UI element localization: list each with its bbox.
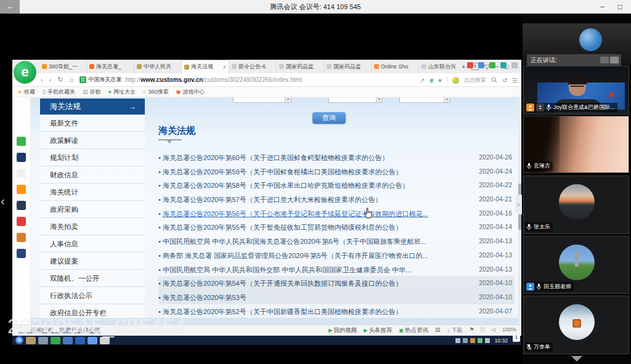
- menu-icon[interactable]: ☰: [512, 77, 518, 84]
- statusbar-tool[interactable]: ◁: [491, 326, 495, 334]
- statusbar-tool[interactable]: ↓ 下载: [447, 326, 463, 334]
- sidebar-shortcut-icon[interactable]: [17, 169, 26, 178]
- sidebar-menu-item[interactable]: 双随机、一公开: [40, 270, 145, 287]
- sidebar-menu-item[interactable]: 政府采购: [40, 201, 145, 218]
- share-icon[interactable]: ↗: [420, 77, 425, 84]
- announcement-row[interactable]: 海关总署公告2020年第55号（关于暂免征收加工贸易货物内销缓税利息的公告） 2…: [158, 220, 515, 234]
- sidebar-menu-item[interactable]: 建议提案: [40, 253, 145, 270]
- notification-badge[interactable]: 1: [513, 333, 520, 342]
- refresh-icon[interactable]: ↻: [57, 76, 63, 84]
- apps-grid-icon[interactable]: [511, 62, 518, 68]
- sidebar-menu-item[interactable]: 政策解读: [40, 132, 145, 149]
- filter-select[interactable]: ▾: [328, 97, 383, 103]
- sidebar-menu-item[interactable]: 行政执法公示: [40, 287, 145, 304]
- announcement-link[interactable]: 海关总署公告2020年第60号（关于进口美国鲜食鳄梨植物检疫要求的公告）: [163, 154, 389, 161]
- select-dropdown-icon[interactable]: ▾: [376, 97, 382, 102]
- site-verification-badge[interactable]: 官 中国海关总署: [79, 76, 121, 84]
- browser-tab[interactable]: 海关总署_: [87, 60, 134, 73]
- tray-icon[interactable]: [463, 338, 468, 343]
- search-input[interactable]: 点此搜索: [464, 76, 486, 84]
- announcement-link[interactable]: 海关总署公告2020年第58号（关于中国水果出口哈萨克斯坦植物检疫要求的公告）: [163, 182, 409, 189]
- bookmark-item[interactable]: ▤ 谷歌: [83, 88, 101, 96]
- bookmark-item[interactable]: ○ 360搜索: [143, 88, 168, 96]
- announcement-link[interactable]: 中国民用航空局 中华人民共和国外交部 中华人民共和国国家卫生健康委员会 中华..…: [163, 266, 411, 273]
- announcement-row[interactable]: 海关总署公告2020年第52号（关于中国新疆香梨出口美国植物检疫要求的公告） 2…: [158, 304, 515, 318]
- filter-select[interactable]: ▾: [233, 97, 291, 103]
- search-icon[interactable]: [491, 77, 497, 83]
- browser-tab[interactable]: Online Sho: [372, 60, 419, 73]
- filter-select[interactable]: ▾: [399, 97, 450, 103]
- sidebar-menu-item[interactable]: 规划计划: [40, 149, 145, 166]
- browser-tab[interactable]: 国家药品监: [324, 60, 372, 73]
- announcement-row[interactable]: 海关总署公告2020年第56号（关于公布准予登记和准予续延登记证书有效期的进口棉…: [158, 206, 515, 220]
- url-field[interactable]: http://www.customs.gov.cn/customs/302249…: [125, 76, 302, 83]
- tray-icon[interactable]: [485, 338, 490, 343]
- select-dropdown-icon[interactable]: ▾: [444, 97, 450, 102]
- sidebar-shortcut-icon[interactable]: [17, 249, 26, 258]
- announcement-row[interactable]: 中国民用航空局 中华人民共和国外交部 中华人民共和国国家卫生健康委员会 中华..…: [158, 262, 515, 277]
- sidebar-shortcut-icon[interactable]: [17, 185, 26, 194]
- sidebar-shortcut-icon[interactable]: [17, 265, 26, 274]
- announcement-link[interactable]: 海关总署公告2020年第52号（关于中国新疆香梨出口美国植物检疫要求的公告）: [163, 308, 402, 315]
- engine-caret-icon[interactable]: ▾: [439, 77, 442, 84]
- adblock-icon[interactable]: [467, 62, 473, 68]
- screenshot-icon[interactable]: [478, 62, 484, 68]
- collapse-right-icon[interactable]: ›: [515, 195, 522, 214]
- bookmarkbar-tools[interactable]: [467, 60, 518, 70]
- sidebar-shortcut-icon[interactable]: [17, 121, 26, 130]
- announcement-row[interactable]: 商务部 海关总署 国家药品监督管理局公告2020年第5号（关于有序开展医疗物资出…: [158, 248, 515, 262]
- extension-icon[interactable]: [500, 62, 507, 68]
- video-tile[interactable]: 玄琳方: [523, 116, 629, 173]
- undo-icon[interactable]: ↺: [502, 77, 507, 84]
- browser-tab[interactable]: 国家药品监: [277, 60, 324, 73]
- browser-tab[interactable]: 山东联合兴: [419, 60, 466, 73]
- announcement-link[interactable]: 海关总署公告2020年第56号（关于公布准予登记和准予续延登记证书有效期的进口棉…: [163, 210, 428, 217]
- collapse-left-icon[interactable]: ‹: [1, 194, 5, 208]
- sidebar-shortcut-icon[interactable]: [17, 137, 26, 146]
- announcement-link[interactable]: 商务部 海关总署 国家药品监督管理局公告2020年第5号（关于有序开展医疗物资出…: [163, 252, 428, 259]
- announcement-link[interactable]: 海关总署公告2020年第59号（关于中国鲜食柑橘出口美国植物检疫要求的公告）: [163, 168, 402, 176]
- announcement-row[interactable]: 海关总署公告2020年第60号（关于进口美国鲜食鳄梨植物检疫要求的公告） 202…: [158, 150, 515, 164]
- sidebar-menu-item[interactable]: 财政信息: [40, 166, 145, 184]
- announcement-row[interactable]: 海关总署公告2020年第57号（关于进口意大利大米检验检疫要求的公告） 2020…: [158, 192, 515, 206]
- announcement-link[interactable]: 中国民用航空局 中华人民共和国海关总署公告2020年第6号（关于中国籍旅客乘坐航…: [163, 238, 426, 245]
- video-tile[interactable]: ↥ Joy联合竟成&巴桥国际...: [523, 66, 629, 115]
- statusbar-tool[interactable]: ▤: [435, 326, 441, 334]
- statusbar-tool[interactable]: ⚑: [470, 326, 474, 334]
- bookmark-item[interactable]: ● 网址大全: [108, 88, 136, 96]
- announcement-link[interactable]: 海关总署公告2020年第54号（关于开通报关单回执数据订阅服务及接口的公告）: [163, 280, 402, 287]
- select-dropdown-icon[interactable]: ▾: [285, 97, 291, 102]
- tray-icon[interactable]: [455, 338, 460, 343]
- announcement-link[interactable]: 海关总署公告2020年第53号: [163, 294, 246, 301]
- announcement-row[interactable]: 海关总署公告2020年第59号（关于中国鲜食柑橘出口美国植物检疫要求的公告） 2…: [158, 164, 515, 179]
- bookmark-item[interactable]: ★ 收藏: [17, 88, 35, 96]
- back-button[interactable]: ←: [0, 0, 20, 14]
- sidebar-shortcut-icon[interactable]: [17, 217, 26, 226]
- announcement-row[interactable]: 海关总署公告2020年第58号（关于中国水果出口哈萨克斯坦植物检疫要求的公告） …: [158, 178, 515, 192]
- tab-close-icon[interactable]: ×: [223, 64, 226, 70]
- new-tab-button[interactable]: +: [462, 63, 465, 70]
- announcement-row[interactable]: 海关总署公告2020年第54号（关于开通报关单回执数据订阅服务及接口的公告） 2…: [158, 276, 515, 290]
- maximize-button[interactable]: □: [618, 2, 622, 11]
- video-tile[interactable]: 田玉丽老师: [523, 236, 629, 294]
- nav-forward-icon[interactable]: ›: [49, 76, 52, 84]
- statusbar-item[interactable]: ▶ 头条推荐: [364, 326, 392, 334]
- browser-tab[interactable]: 中华人民共: [134, 60, 182, 73]
- announcement-row[interactable]: 海关总署公告2020年第53号 2020-04-10: [158, 290, 515, 304]
- sidebar-menu-item[interactable]: 海关统计: [40, 184, 145, 201]
- video-tile[interactable]: 万幸单: [523, 296, 629, 354]
- sidebar-menu-item[interactable]: 海关法规 →: [40, 99, 145, 115]
- statusbar-tool[interactable]: □: [481, 326, 484, 334]
- statusbar-item[interactable]: ▶ 我的视频: [328, 326, 357, 334]
- announcement-row[interactable]: 中国民用航空局 中华人民共和国海关总署公告2020年第6号（关于中国籍旅客乘坐航…: [158, 234, 515, 248]
- video-tile[interactable]: 张太乐: [523, 176, 629, 234]
- browser-tab[interactable]: 360导航_一: [39, 60, 87, 73]
- sidebar-shortcut-icon[interactable]: [17, 153, 26, 162]
- tray-icon[interactable]: [470, 338, 475, 343]
- announcement-link[interactable]: 海关总署公告2020年第57号（关于进口意大利大米检验检疫要求的公告）: [163, 196, 382, 203]
- bookmark-item[interactable]: ◉ 游戏中心: [176, 88, 205, 96]
- sidebar-shortcut-icon[interactable]: [17, 201, 26, 210]
- browser-tab[interactable]: 部令公告-6: [229, 60, 277, 73]
- sidebar-menu-item[interactable]: 最新文件: [40, 115, 145, 132]
- bookmark-item[interactable]: ▯ 手机收藏夹: [43, 88, 75, 96]
